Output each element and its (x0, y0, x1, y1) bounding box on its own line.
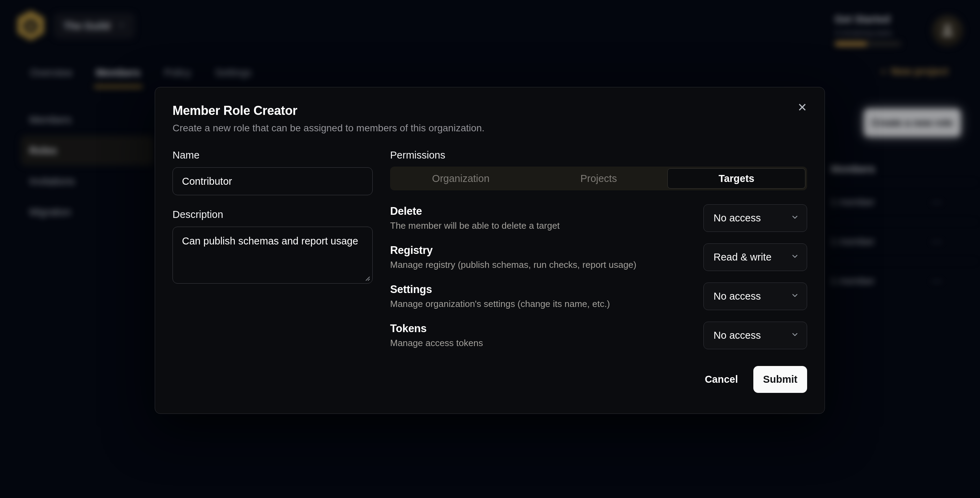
name-label: Name (173, 149, 373, 161)
tokens-access-select[interactable]: No access (703, 321, 807, 349)
tab-projects[interactable]: Projects (530, 168, 668, 189)
select-value: No access (714, 212, 760, 224)
description-input[interactable]: Can publish schemas and report usage (173, 227, 373, 283)
description-label: Description (173, 208, 373, 220)
select-value: No access (714, 330, 760, 341)
description-field-wrapper: Can publish schemas and report usage (173, 227, 373, 283)
registry-access-select[interactable]: Read & write (703, 243, 807, 271)
permission-row-tokens: Tokens Manage access tokens No access (390, 321, 807, 349)
tab-organization[interactable]: Organization (392, 168, 530, 189)
permissions-label: Permissions (390, 149, 807, 161)
chevron-down-icon (791, 291, 799, 302)
dialog-subtitle: Create a new role that can be assigned t… (173, 123, 807, 134)
permission-description: The member will be able to delete a targ… (390, 220, 560, 231)
permission-description: Manage organization's settings (change i… (390, 299, 610, 309)
submit-button[interactable]: Submit (753, 366, 807, 393)
select-value: Read & write (714, 251, 772, 263)
permissions-scope-tabs: Organization Projects Targets (390, 167, 807, 190)
permission-rows: Delete The member will be able to delete… (390, 204, 807, 349)
permission-description: Manage registry (publish schemas, run ch… (390, 259, 636, 270)
permission-row-settings: Settings Manage organization's settings … (390, 283, 807, 310)
permission-title: Delete (390, 205, 560, 218)
member-role-creator-dialog: ✕ Member Role Creator Create a new role … (155, 87, 825, 414)
permission-row-registry: Registry Manage registry (publish schema… (390, 243, 807, 271)
tab-targets[interactable]: Targets (667, 168, 805, 189)
cancel-button[interactable]: Cancel (694, 366, 748, 393)
delete-access-select[interactable]: No access (703, 204, 807, 232)
select-value: No access (714, 291, 760, 302)
permission-title: Registry (390, 244, 636, 257)
permission-title: Tokens (390, 322, 483, 335)
permission-texts: Tokens Manage access tokens (390, 322, 483, 348)
settings-access-select[interactable]: No access (703, 283, 807, 310)
permission-description: Manage access tokens (390, 338, 483, 348)
permission-row-delete: Delete The member will be able to delete… (390, 204, 807, 232)
permission-texts: Settings Manage organization's settings … (390, 283, 610, 309)
resize-grip-icon[interactable] (364, 275, 371, 282)
dialog-footer: Cancel Submit (390, 366, 807, 393)
role-form: Name Description Can publish schemas and… (173, 149, 807, 393)
name-input[interactable] (173, 167, 373, 195)
close-icon[interactable]: ✕ (794, 99, 811, 116)
role-identity-column: Name Description Can publish schemas and… (173, 149, 373, 393)
chevron-down-icon (791, 212, 799, 224)
chevron-down-icon (791, 251, 799, 263)
permission-texts: Registry Manage registry (publish schema… (390, 244, 636, 270)
permission-texts: Delete The member will be able to delete… (390, 205, 560, 231)
chevron-down-icon (791, 330, 799, 341)
permission-title: Settings (390, 283, 610, 296)
dialog-title: Member Role Creator (173, 103, 807, 118)
permissions-column: Permissions Organization Projects Target… (390, 149, 807, 393)
